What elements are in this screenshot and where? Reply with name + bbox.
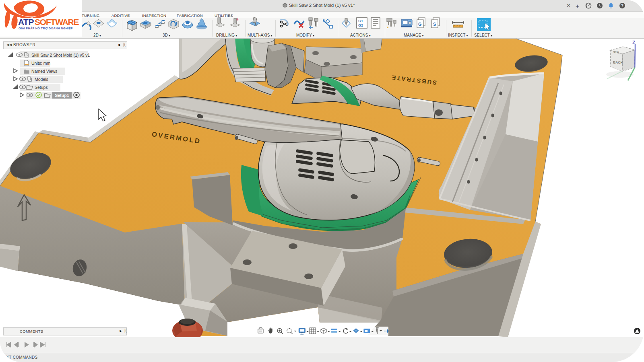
svg-text:Units: mm: Units: mm <box>31 61 51 66</box>
svg-text:G: G <box>418 22 422 27</box>
svg-text:G1: G1 <box>358 19 363 23</box>
svg-text:BACK: BACK <box>613 60 623 65</box>
svg-text:Skill Saw 2 Shot Mold (1) v5 v: Skill Saw 2 Shot Mold (1) v5 v1 <box>31 53 90 58</box>
svg-text:G2: G2 <box>358 23 363 27</box>
svg-text:?: ? <box>621 4 623 8</box>
svg-text:GIẢI PHÁP HỖ TRỢ DOANH NGHIỆP: GIẢI PHÁP HỖ TRỢ DOANH NGHIỆP <box>19 27 73 30</box>
svg-text:ATP: ATP <box>18 17 34 27</box>
svg-text:SOFTWARE: SOFTWARE <box>35 17 79 27</box>
svg-text:Named Views: Named Views <box>31 69 58 74</box>
svg-text:Z: Z <box>632 40 635 45</box>
svg-text:Models: Models <box>35 77 48 82</box>
svg-text:Setups: Setups <box>35 85 48 90</box>
svg-text:+: + <box>236 16 239 22</box>
svg-text:S: S <box>433 22 436 27</box>
svg-text:Setup1: Setup1 <box>55 93 69 98</box>
